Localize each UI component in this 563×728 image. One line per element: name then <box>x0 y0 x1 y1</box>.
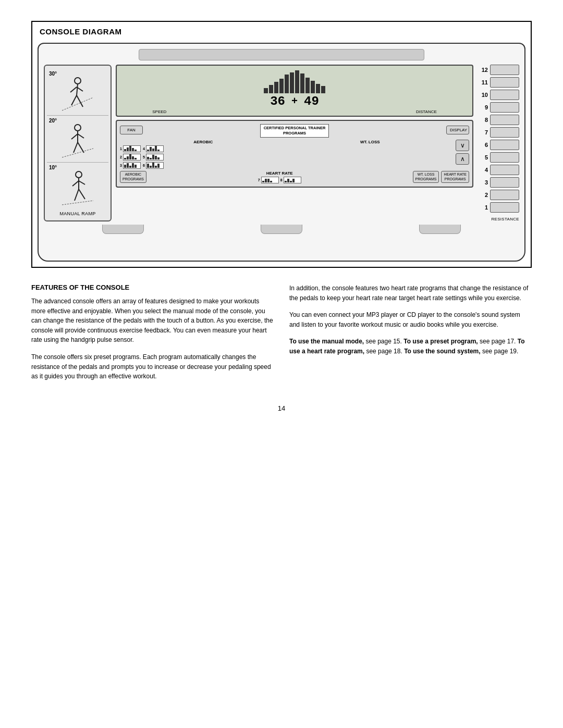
wt-loss-programs-button[interactable]: WT. LOSSPROGRAMS <box>413 171 439 183</box>
prog-8-bar <box>284 177 301 183</box>
console-graphic: 30° <box>38 43 525 262</box>
arrow-controls: ∨ ∧ <box>456 140 469 165</box>
console-tab-left <box>102 225 144 234</box>
prog-6-bar <box>146 162 164 169</box>
prog-2-bar <box>123 154 141 161</box>
display-bar-chart <box>264 67 325 93</box>
console-tab-center <box>261 225 302 234</box>
resistance-5[interactable]: 5 <box>478 152 519 163</box>
prog-1[interactable]: 1 <box>120 145 141 152</box>
ramp-figure-20: 20° <box>47 116 108 163</box>
prog-5[interactable]: 5 <box>143 154 164 161</box>
bar-11 <box>316 84 320 93</box>
bar-6 <box>290 72 294 93</box>
resistance-7[interactable]: 7 <box>478 127 519 138</box>
programs-row: AEROBIC WT. LOSS 1 <box>120 140 469 169</box>
distance-label: DISTANCE <box>416 109 437 114</box>
prog-4[interactable]: 4 <box>143 145 164 152</box>
features-para-5: To use the manual mode, see page 15. To … <box>289 337 532 356</box>
ramp-figure-10: 10° <box>47 163 108 209</box>
prog-4-bar <box>146 145 164 152</box>
resistance-8[interactable]: 8 <box>478 115 519 125</box>
fan-button[interactable]: FAN <box>120 126 143 134</box>
bar-4 <box>279 79 284 93</box>
features-right: In addition, the console features two he… <box>289 283 532 389</box>
svg-line-11 <box>71 134 78 139</box>
prog-7[interactable]: 7 <box>258 177 279 183</box>
resistance-12[interactable]: 12 <box>478 65 519 75</box>
resistance-6[interactable]: 6 <box>478 140 519 150</box>
svg-line-19 <box>79 181 85 184</box>
console-top-bar <box>139 49 424 60</box>
svg-line-18 <box>72 181 79 186</box>
bar-10 <box>311 81 315 93</box>
wtloss-programs-col: 4 <box>143 145 164 169</box>
resistance-9[interactable]: 9 <box>478 102 519 113</box>
ramp-label-20: 20° <box>49 118 57 124</box>
stick-figure-20-svg <box>57 124 99 160</box>
bar-2 <box>269 85 273 93</box>
features-para-4: You can even connect your MP3 player or … <box>289 310 532 329</box>
resistance-2[interactable]: 2 <box>478 190 519 200</box>
programs-grid: 1 <box>120 145 454 169</box>
prog-8[interactable]: 8 <box>280 177 301 183</box>
console-tab-right <box>419 225 461 234</box>
svg-line-16 <box>75 189 79 201</box>
resistance-3[interactable]: 3 <box>478 177 519 188</box>
svg-line-9 <box>74 142 78 153</box>
distance-value: 49 <box>304 94 319 108</box>
svg-line-20 <box>62 201 93 205</box>
svg-line-2 <box>71 95 77 105</box>
display-button[interactable]: DISPLAY <box>446 126 469 134</box>
features-para-3: In addition, the console features two he… <box>289 283 532 303</box>
display-labels: SPEED DISTANCE <box>152 109 437 114</box>
resistance-4[interactable]: 4 <box>478 165 519 175</box>
resistance-10[interactable]: 10 <box>478 90 519 100</box>
manual-ramp-label: MANUAL RAMP <box>60 211 96 216</box>
ramp-label-30: 30° <box>49 71 57 77</box>
stick-figure-30-svg <box>57 77 99 113</box>
left-panel: 30° <box>44 65 112 221</box>
page-number: 14 <box>31 404 532 412</box>
bar-7 <box>295 70 299 93</box>
bottom-controls-row: AEROBICPROGRAMS HEART RATE 7 <box>120 171 469 183</box>
console-inner: 30° <box>44 65 519 221</box>
features-title: FEATURES OF THE CONSOLE <box>31 283 274 291</box>
svg-point-7 <box>75 125 81 131</box>
speed-value: 36 <box>270 94 285 108</box>
ramp-figure-30: 30° <box>47 69 108 116</box>
bar-3 <box>274 82 278 93</box>
resistance-11[interactable]: 11 <box>478 77 519 88</box>
prog-6[interactable]: 6 <box>143 162 164 169</box>
aerobic-programs-button[interactable]: AEROBICPROGRAMS <box>120 171 146 183</box>
svg-line-4 <box>70 87 77 92</box>
prog-3-bar <box>123 162 141 169</box>
console-diagram-title: CONSOLE DIAGRAM <box>40 27 122 36</box>
prog-7-bar <box>261 177 279 183</box>
heart-rate-programs-row: 7 <box>258 177 301 183</box>
svg-line-6 <box>62 97 93 110</box>
heart-rate-section: HEART RATE 7 <box>149 171 411 183</box>
bar-1 <box>264 88 268 93</box>
prog-3[interactable]: 3 <box>120 162 141 169</box>
resistance-label: RESISTANCE <box>491 217 519 221</box>
svg-line-17 <box>79 189 85 199</box>
heart-rate-programs-button[interactable]: HEART RATEPROGRAMS <box>441 171 469 183</box>
down-arrow-button[interactable]: ∨ <box>456 140 469 151</box>
svg-line-10 <box>78 142 84 153</box>
features-section: FEATURES OF THE CONSOLE The advanced con… <box>31 283 532 389</box>
console-diagram-wrapper: CONSOLE DIAGRAM 30° <box>31 21 532 268</box>
display-readings: 36 + 49 <box>270 94 319 108</box>
display-screen: 36 + 49 SPEED DISTANCE <box>116 65 473 117</box>
prog-2[interactable]: 2 <box>120 154 141 161</box>
svg-line-3 <box>77 95 83 107</box>
features-para-1: The advanced console offers an array of … <box>31 297 274 345</box>
heart-rate-label: HEART RATE <box>266 171 293 176</box>
ramp-label-10: 10° <box>49 165 57 170</box>
svg-line-1 <box>77 84 78 95</box>
bar-9 <box>305 78 310 93</box>
resistance-1[interactable]: 1 <box>478 202 519 213</box>
up-arrow-button[interactable]: ∧ <box>456 153 469 165</box>
cross-symbol: + <box>291 95 298 107</box>
prog-5-bar <box>146 154 164 161</box>
